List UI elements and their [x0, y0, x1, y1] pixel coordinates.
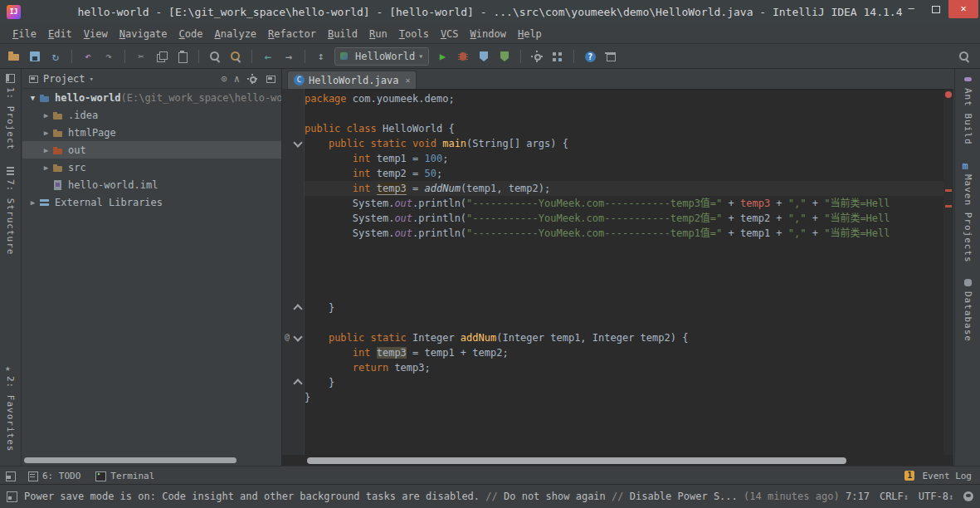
separator: //: [612, 491, 623, 502]
replace-icon[interactable]: [228, 49, 243, 64]
code-line: }: [305, 390, 943, 405]
undo-icon[interactable]: [80, 49, 95, 64]
collapse-all-icon[interactable]: ∧: [234, 73, 240, 85]
toolwindow-button-6-todo[interactable]: 6: TODO: [24, 470, 84, 482]
code-editor[interactable]: package com.youmeek.demo; public class H…: [305, 89, 943, 455]
paste-icon[interactable]: [175, 49, 190, 64]
caret-position-widget[interactable]: 7:17: [846, 491, 870, 502]
inspection-status-icon[interactable]: [945, 91, 952, 98]
tree-item--idea[interactable]: ▶.idea: [22, 106, 281, 124]
run-with-coverage-icon[interactable]: [497, 49, 512, 64]
tree-item-htmlpage[interactable]: ▶htmlPage: [22, 124, 281, 141]
tree-item-hello-world-iml[interactable]: hello-world.iml: [22, 176, 281, 193]
menu-code[interactable]: Code: [173, 27, 209, 42]
tree-toggle-icon[interactable]: ▶: [41, 146, 51, 154]
project-panel-title[interactable]: Project: [43, 73, 85, 85]
error-mark[interactable]: [945, 189, 952, 192]
disable-power-save-link[interactable]: Disable Power S...: [630, 491, 738, 502]
menu-view[interactable]: View: [78, 27, 114, 42]
tree-toggle-icon[interactable]: ▼: [27, 94, 38, 102]
goto-line-icon[interactable]: [314, 49, 329, 64]
toolwindow-button-1-project[interactable]: 1: Project: [5, 73, 16, 150]
tree-item-external-libraries[interactable]: ▶External Libraries: [22, 193, 281, 211]
cut-icon[interactable]: [134, 49, 149, 64]
tree-toggle-icon[interactable]: ▶: [27, 198, 38, 207]
tree-toggle-icon[interactable]: ▶: [41, 129, 51, 137]
menu-run[interactable]: Run: [363, 27, 393, 42]
fold-open-icon[interactable]: [293, 138, 302, 147]
back-icon[interactable]: [261, 49, 275, 64]
tree-toggle-icon[interactable]: ▶: [41, 111, 51, 120]
plugins-icon[interactable]: [603, 49, 618, 64]
forward-icon[interactable]: [281, 49, 296, 64]
menu-navigate[interactable]: Navigate: [114, 27, 173, 42]
menu-build[interactable]: Build: [322, 27, 363, 42]
toolwindow-button-ant-build[interactable]: Ant Build: [963, 74, 973, 145]
close-tab-icon[interactable]: ✕: [405, 76, 410, 85]
settings-icon[interactable]: [529, 49, 544, 64]
toolwindow-button-terminal[interactable]: Terminal: [92, 470, 158, 482]
run-configuration-combo[interactable]: HelloWorld▾: [334, 47, 429, 66]
gear-icon[interactable]: [246, 73, 258, 85]
hide-panel-icon[interactable]: [265, 73, 276, 85]
menu-refactor[interactable]: Refactor: [262, 27, 322, 42]
error-stripe[interactable]: [943, 89, 953, 455]
scroll-from-source-icon[interactable]: ⊙: [222, 73, 227, 85]
find-icon[interactable]: [207, 49, 222, 64]
do-not-show-again-link[interactable]: Do not show again: [504, 491, 606, 502]
iml-file-icon: [51, 178, 65, 192]
toolwindow-button-7-structure[interactable]: 7: Structure: [5, 165, 16, 255]
tree-item-src[interactable]: ▶src: [22, 159, 281, 176]
coverage-icon[interactable]: [476, 49, 491, 64]
menu-window[interactable]: Window: [465, 27, 512, 42]
open-folder-icon[interactable]: [7, 49, 22, 64]
title-bar[interactable]: IJ hello-world - [E:\git_work_space\hell…: [0, 0, 980, 26]
minimize-button[interactable]: —: [899, 0, 924, 18]
toolwindow-toggle-icon[interactable]: [7, 491, 17, 502]
encoding-widget[interactable]: UTF-8↕: [919, 491, 953, 502]
chevron-down-icon[interactable]: ▾: [90, 75, 94, 83]
project-structure-icon[interactable]: [550, 49, 565, 64]
synchronize-icon[interactable]: [48, 49, 63, 64]
close-button[interactable]: ✕: [948, 0, 978, 18]
tree-toggle-icon[interactable]: ▶: [41, 164, 51, 172]
menu-analyze[interactable]: Analyze: [209, 27, 263, 42]
error-mark[interactable]: [945, 205, 952, 208]
debug-icon[interactable]: [456, 49, 470, 64]
copy-icon[interactable]: [154, 49, 169, 64]
toolwindow-button-label: Database: [963, 291, 973, 342]
run-icon[interactable]: [435, 49, 450, 64]
code-line: System.out.println("-----------YouMeek.c…: [305, 211, 943, 226]
menu-vcs[interactable]: VCS: [435, 27, 465, 42]
redo-icon[interactable]: [101, 49, 116, 64]
fold-close-icon[interactable]: [293, 304, 302, 313]
fold-close-icon[interactable]: [293, 379, 302, 388]
line-separator-widget[interactable]: CRLF↕: [880, 491, 909, 502]
toolwindow-anchor-icon[interactable]: [5, 471, 16, 481]
highlighting-level-icon[interactable]: [963, 491, 973, 501]
project-panel-horizontal-scrollbar[interactable]: [24, 457, 236, 463]
editor-horizontal-scrollbar[interactable]: [307, 457, 846, 464]
help-icon[interactable]: [583, 49, 597, 64]
annotation-gutter-icon[interactable]: @: [285, 332, 290, 341]
editor-tab-helloworld.java[interactable]: CHelloWorld.java✕: [287, 71, 417, 89]
toolwindow-button-maven-projects[interactable]: Maven Projects: [963, 160, 973, 263]
menu-file[interactable]: File: [7, 27, 42, 42]
maximize-icon: [932, 6, 940, 13]
toolwindow-button-database[interactable]: Database: [963, 277, 973, 342]
tree-item-hello-world[interactable]: ▼hello-world (E:\git_work_space\hello-wo: [22, 89, 281, 106]
run-config-label: HelloWorld: [355, 51, 415, 62]
toolwindow-button-label: 6: TODO: [42, 471, 80, 481]
maximize-button[interactable]: [924, 0, 948, 18]
tree-item-out[interactable]: ▶out: [22, 141, 281, 159]
fold-open-icon[interactable]: [293, 332, 302, 341]
menu-help[interactable]: Help: [512, 27, 548, 42]
toolwindow-button-2-favorites[interactable]: 2: Favorites: [5, 362, 16, 452]
search-everywhere-icon[interactable]: [957, 49, 972, 64]
notification-badge[interactable]: 1: [904, 471, 914, 481]
save-all-icon[interactable]: [27, 49, 42, 64]
code-line: int temp1 = 100;: [305, 151, 943, 166]
toolwindow-button-event-log[interactable]: Event Log: [919, 470, 975, 482]
menu-tools[interactable]: Tools: [393, 27, 435, 42]
menu-edit[interactable]: Edit: [42, 27, 78, 42]
